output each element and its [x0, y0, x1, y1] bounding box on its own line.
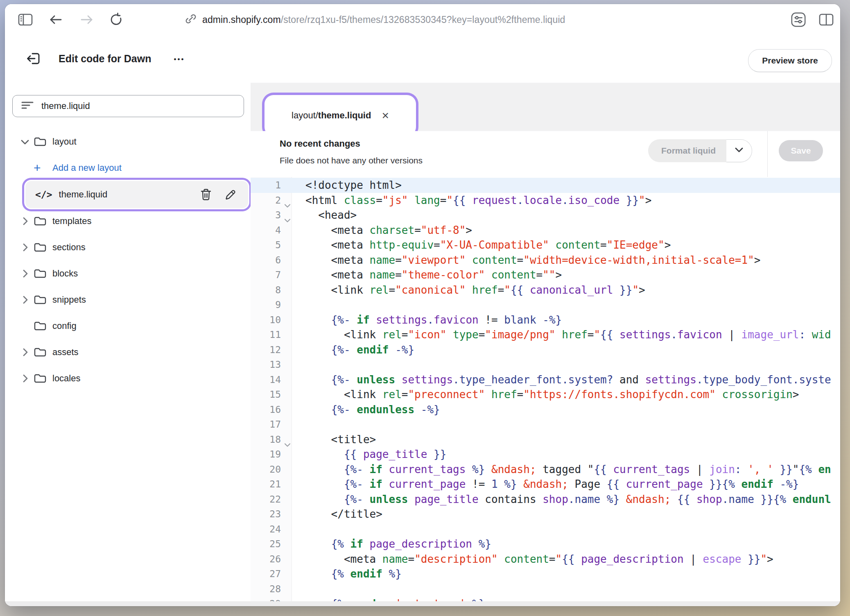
- editor-status-band: No recent changes File does not have any…: [251, 131, 840, 177]
- code-text: </title>: [292, 507, 382, 522]
- code-line-21[interactable]: 21 {%- if current_page != 1 %} &ndash; P…: [251, 477, 840, 492]
- chevron-right-icon[interactable]: [16, 374, 34, 383]
- code-text: <meta name="description" content="{{ pag…: [292, 552, 773, 567]
- window-footer: [5, 601, 840, 606]
- file-search-box[interactable]: [12, 95, 244, 117]
- folder-label: templates: [52, 216, 91, 226]
- more-options-button[interactable]: •••: [168, 48, 191, 71]
- line-number: 27: [251, 566, 292, 582]
- file-sidebar: layout+Add a new layout</>theme.liquidte…: [5, 83, 251, 601]
- code-lines: 1<!doctype html>2<html class="js" lang="…: [251, 178, 840, 601]
- chevron-right-icon[interactable]: [16, 217, 34, 226]
- sidebar-item-layout[interactable]: layout: [5, 129, 251, 155]
- folder-label: config: [52, 321, 77, 331]
- format-liquid-button[interactable]: Format liquid: [648, 139, 752, 162]
- folder-label: locales: [52, 373, 80, 384]
- code-line-17[interactable]: 17: [251, 417, 840, 432]
- code-line-20[interactable]: 20 {%- if current_tags %} &ndash; tagged…: [251, 462, 840, 477]
- preview-store-button[interactable]: Preview store: [748, 49, 832, 72]
- format-liquid-label[interactable]: Format liquid: [648, 139, 726, 162]
- code-line-29[interactable]: 29 {% render 'meta-tags' %}: [251, 596, 840, 601]
- code-line-7[interactable]: 7 <meta name="theme-color" content="">: [251, 267, 840, 283]
- code-line-1[interactable]: 1<!doctype html>: [251, 178, 840, 193]
- line-number: 4: [251, 223, 292, 238]
- sidebar-item-locales[interactable]: locales: [5, 365, 251, 392]
- exit-editor-icon[interactable]: [22, 47, 45, 70]
- code-text: <meta name="theme-color" content="">: [292, 267, 562, 283]
- tab-layout-theme-liquid[interactable]: layout/theme.liquid ×: [266, 97, 414, 134]
- sidebar-item-snippets[interactable]: snippets: [5, 287, 251, 313]
- code-editor[interactable]: 1<!doctype html>2<html class="js" lang="…: [251, 177, 840, 601]
- line-number: 15: [251, 387, 292, 402]
- code-text: <meta name="viewport" content="width=dev…: [292, 253, 760, 268]
- link-icon: [185, 13, 197, 26]
- browser-settings-icon[interactable]: [790, 11, 807, 28]
- code-line-22[interactable]: 22 {%- unless page_title contains shop.n…: [251, 492, 840, 507]
- page-title: Edit code for Dawn: [59, 53, 151, 65]
- code-text: <link rel="icon" type="image/png" href="…: [292, 327, 831, 342]
- trash-icon[interactable]: [199, 188, 213, 202]
- code-text: {%- if settings.favicon != blank -%}: [292, 313, 562, 328]
- code-line-8[interactable]: 8 <link rel="canonical" href="{{ canonic…: [251, 283, 840, 298]
- app-header: Edit code for Dawn ••• Preview store: [5, 36, 840, 83]
- code-line-27[interactable]: 27 {% endif %}: [251, 566, 840, 582]
- chevron-right-icon[interactable]: [16, 243, 34, 252]
- code-line-4[interactable]: 4 <meta charset="utf-8">: [251, 223, 840, 238]
- folder-icon: [34, 294, 52, 306]
- tab-close-icon[interactable]: ×: [382, 109, 389, 122]
- code-line-24[interactable]: 24: [251, 522, 840, 537]
- code-line-9[interactable]: 9: [251, 297, 840, 313]
- code-line-26[interactable]: 26 <meta name="description" content="{{ …: [251, 552, 840, 567]
- file-row-actions: [199, 181, 237, 208]
- search-input[interactable]: [41, 100, 244, 112]
- code-line-19[interactable]: 19 {{ page_title }}: [251, 447, 840, 462]
- chevron-down-icon[interactable]: [16, 139, 34, 145]
- sidebar-toggle-icon[interactable]: [17, 11, 34, 28]
- sidebar-item-add-a-new-layout[interactable]: +Add a new layout: [5, 155, 251, 181]
- code-line-2[interactable]: 2<html class="js" lang="{{ request.local…: [251, 193, 840, 208]
- code-line-12[interactable]: 12 {%- endif -%}: [251, 342, 840, 358]
- status-title: No recent changes: [280, 138, 360, 149]
- code-line-23[interactable]: 23 </title>: [251, 507, 840, 522]
- pencil-icon[interactable]: [224, 188, 237, 202]
- address-bar[interactable]: admin.shopify.com/store/rzq1xu-f5/themes…: [185, 10, 565, 29]
- code-line-18[interactable]: 18 <title>: [251, 432, 840, 447]
- chevron-right-icon[interactable]: [16, 295, 34, 304]
- reload-button-icon[interactable]: [108, 11, 124, 28]
- code-line-14[interactable]: 14 {%- unless settings.type_header_font.…: [251, 372, 840, 387]
- line-number: 21: [251, 477, 292, 492]
- format-dropdown-button[interactable]: [726, 139, 752, 162]
- sidebar-item-theme.liquid[interactable]: </>theme.liquid: [5, 181, 251, 208]
- sidebar-item-templates[interactable]: templates: [5, 208, 251, 234]
- folder-icon: [34, 242, 52, 253]
- selected-file-row[interactable]: </>theme.liquid: [25, 181, 248, 208]
- sidebar-item-config[interactable]: config: [5, 313, 251, 339]
- save-button[interactable]: Save: [779, 140, 823, 161]
- code-line-11[interactable]: 11 <link rel="icon" type="image/png" hre…: [251, 327, 840, 342]
- chevron-right-icon[interactable]: [16, 269, 34, 278]
- code-line-5[interactable]: 5 <meta http-equiv="X-UA-Compatible" con…: [251, 238, 840, 253]
- folder-icon: [34, 215, 52, 227]
- line-number: 13: [251, 357, 292, 372]
- code-line-6[interactable]: 6 <meta name="viewport" content="width=d…: [251, 253, 840, 268]
- folder-label: sections: [52, 242, 86, 253]
- code-line-25[interactable]: 25 {% if page_description %}: [251, 537, 840, 552]
- code-line-28[interactable]: 28: [251, 582, 840, 597]
- sidebar-item-sections[interactable]: sections: [5, 234, 251, 260]
- code-text: <link rel="canonical" href="{{ canonical…: [292, 283, 645, 298]
- code-text: {{ page_title }}: [292, 447, 446, 462]
- tab-label: layout/theme.liquid: [292, 110, 371, 121]
- code-line-16[interactable]: 16 {%- endunless -%}: [251, 402, 840, 417]
- code-line-3[interactable]: 3 <head>: [251, 208, 840, 223]
- code-line-15[interactable]: 15 <link rel="preconnect" href="https://…: [251, 387, 840, 402]
- back-button-icon[interactable]: [47, 11, 64, 28]
- code-line-10[interactable]: 10 {%- if settings.favicon != blank -%}: [251, 313, 840, 328]
- sidebar-item-assets[interactable]: assets: [5, 339, 251, 365]
- sidebar-item-blocks[interactable]: blocks: [5, 260, 251, 287]
- chevron-right-icon[interactable]: [16, 348, 34, 357]
- line-number: 10: [251, 313, 292, 328]
- url-host: admin.shopify.com: [202, 14, 281, 25]
- forward-button-icon[interactable]: [79, 11, 95, 28]
- split-view-icon[interactable]: [818, 11, 834, 28]
- code-line-13[interactable]: 13: [251, 357, 840, 372]
